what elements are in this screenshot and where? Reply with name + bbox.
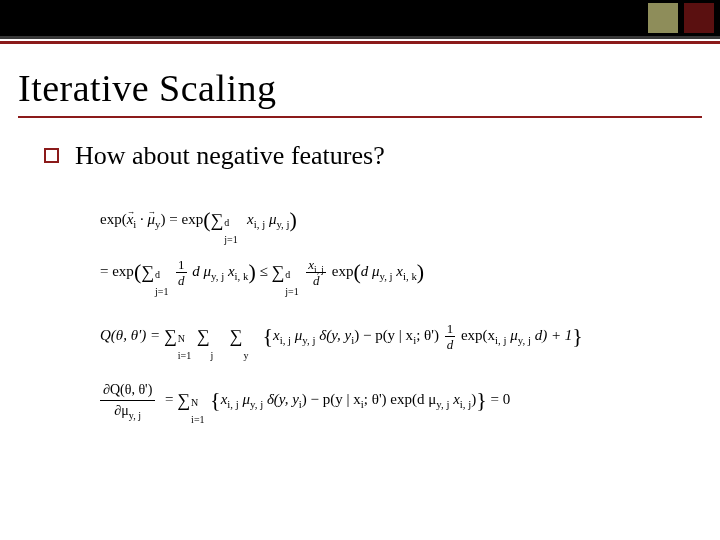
eq-frac-num: ∂Q(θ, θ') xyxy=(100,382,155,400)
eq-text: x xyxy=(224,263,234,279)
eq-text: ≤ xyxy=(256,263,272,279)
eq-text: ∂μ xyxy=(114,403,128,418)
eq-sub: y, j xyxy=(518,334,531,346)
eq-text: exp(x xyxy=(457,327,495,343)
eq-text: μ xyxy=(265,211,276,227)
eq-sub: j=1 xyxy=(285,282,298,301)
eq-text: d μ xyxy=(361,263,380,279)
slide-title: Iterative Scaling xyxy=(18,66,720,110)
eq-text: ) − p(y | x xyxy=(354,327,413,343)
eq-text: d μ xyxy=(189,263,212,279)
eq-text: ) − p(y | x xyxy=(302,391,361,407)
accent-square-olive xyxy=(648,3,678,33)
eq-sub: y, j xyxy=(276,218,289,230)
eq-text: δ(y, y xyxy=(263,391,299,407)
eq-sub: i, k xyxy=(403,270,417,282)
eq-text: = 0 xyxy=(487,391,510,407)
eq-sub: j=1 xyxy=(155,282,168,301)
eq-text: d) + 1 xyxy=(531,327,572,343)
eq-text: δ(y, y xyxy=(315,327,351,343)
eq-sub: i, j xyxy=(460,398,471,410)
eq-frac-den: d xyxy=(313,273,320,288)
eq-text: x xyxy=(393,263,403,279)
eq-text: μ xyxy=(507,327,518,343)
eq-sub: i, k xyxy=(235,270,249,282)
eq-sub: y xyxy=(243,346,248,365)
eq-sub: y, j xyxy=(250,398,263,410)
eq-sub: i, j xyxy=(227,398,238,410)
eq-text: · xyxy=(136,211,147,227)
bullet-square-icon xyxy=(44,148,59,163)
eq-text: x xyxy=(273,327,280,343)
eq-sub: y, j xyxy=(380,270,393,282)
eq-frac-num: 1 xyxy=(445,322,456,337)
eq-sub: i=1 xyxy=(178,346,191,365)
eq-text: x xyxy=(127,211,134,227)
eq-text: μ xyxy=(148,211,156,227)
equation-line-3: ∂Q(θ, θ') ∂μy, j = ∑Ni=1{xi, j μy, j δ(y… xyxy=(100,379,702,421)
accent-square-maroon xyxy=(684,3,714,33)
eq-sub: y, j xyxy=(211,270,224,282)
title-underline xyxy=(18,116,702,118)
bullet-item: How about negative features? xyxy=(44,140,702,171)
bullet-text: How about negative features? xyxy=(75,140,385,171)
eq-sub: j=1 xyxy=(224,230,237,249)
eq-text: exp( xyxy=(100,211,127,227)
topbar xyxy=(0,0,720,36)
rule-dark xyxy=(0,36,720,39)
slide: Iterative Scaling How about negative fea… xyxy=(0,0,720,540)
equation-line-1b: = exp(∑dj=11d d μy, j xi, k) ≤ ∑dj=1xi, … xyxy=(100,251,702,293)
eq-text: μ xyxy=(239,391,250,407)
eq-sub: y, j xyxy=(436,398,449,410)
eq-sub: y, j xyxy=(129,409,141,420)
eq-lead-frac: ∂Q(θ, θ') ∂μy, j xyxy=(100,382,155,418)
eq-sub: i=1 xyxy=(191,410,204,429)
eq-text: μ xyxy=(291,327,302,343)
eq-frac-den: d xyxy=(178,273,185,288)
eq-text: ; θ') xyxy=(416,327,443,343)
eq-text: = xyxy=(161,391,177,407)
eq-sub: j xyxy=(211,346,214,365)
eq-frac-num: 1 xyxy=(176,258,187,273)
slide-body: How about negative features? exp(xi · μy… xyxy=(44,140,702,420)
equation-line-2: Q(θ, θ') = ∑Ni=1∑j∑y{xi, j μy, j δ(y, yi… xyxy=(100,315,702,357)
rule-maroon xyxy=(0,41,720,44)
eq-sub: i, j xyxy=(280,334,291,346)
eq-text: Q(θ, θ') = xyxy=(100,327,164,343)
eq-sub: y, j xyxy=(302,334,315,346)
eq-frac-den: d xyxy=(447,337,454,352)
eq-text: ; θ') exp(d μ xyxy=(364,391,437,407)
equation-line-1a: exp(xi · μy) = exp(∑dj=1 xi, j μy, j) xyxy=(100,199,702,241)
eq-text: ) = exp xyxy=(161,211,204,227)
eq-sub: i, j xyxy=(495,334,506,346)
eq-text: x xyxy=(243,211,253,227)
eq-text: x xyxy=(449,391,459,407)
eq-sub: i, j xyxy=(254,218,265,230)
eq-text: = exp xyxy=(100,263,134,279)
equation-block: exp(xi · μy) = exp(∑dj=1 xi, j μy, j) = … xyxy=(100,199,702,420)
eq-text: exp xyxy=(328,263,353,279)
